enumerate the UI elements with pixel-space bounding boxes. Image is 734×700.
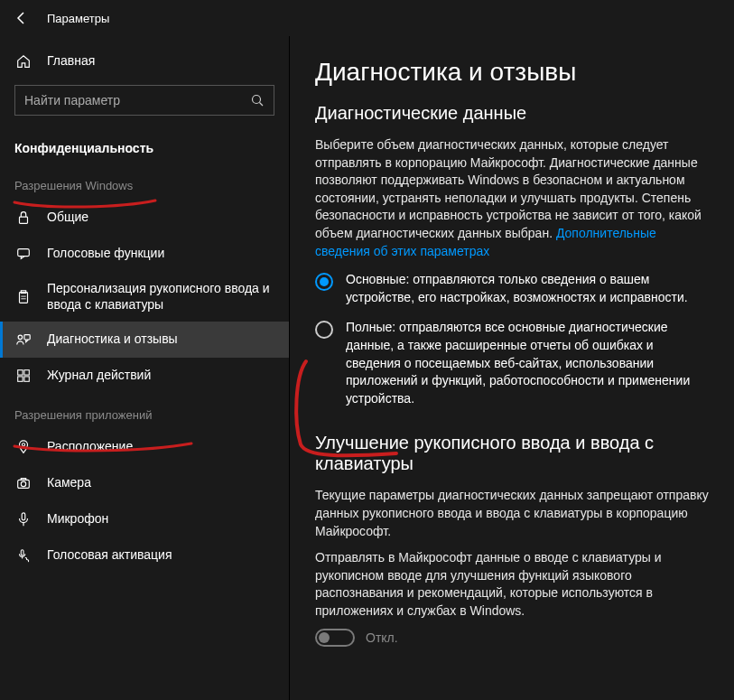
home-icon — [14, 52, 33, 70]
sidebar-item-diagnostics[interactable]: Диагностика и отзывы — [0, 322, 289, 358]
search-input-wrap[interactable] — [14, 85, 274, 116]
svg-rect-3 — [18, 249, 30, 257]
sidebar-item-speech[interactable]: Голосовые функции — [0, 236, 289, 272]
radio-icon[interactable] — [315, 321, 333, 339]
back-button[interactable] — [14, 11, 29, 25]
svg-rect-20 — [21, 550, 23, 555]
content-pane: Диагностика и отзывы Диагностические дан… — [289, 36, 734, 700]
voice-activation-icon — [14, 546, 33, 565]
lock-icon — [14, 209, 33, 227]
svg-rect-2 — [20, 217, 28, 223]
clipboard-icon — [14, 288, 33, 306]
radio-option-full[interactable]: Полные: отправляются все основные диагно… — [315, 319, 709, 407]
radio-option-basic[interactable]: Основные: отправляются только сведения о… — [315, 271, 709, 306]
radio-icon[interactable] — [315, 273, 333, 291]
svg-point-16 — [21, 481, 25, 486]
location-icon — [14, 438, 33, 456]
sidebar-item-label: Диагностика и отзывы — [47, 331, 178, 348]
sidebar: Главная Конфиденциальность Разрешения Wi… — [0, 36, 289, 700]
sidebar-item-label: Главная — [47, 53, 95, 70]
svg-rect-12 — [18, 377, 23, 381]
svg-rect-17 — [21, 479, 25, 481]
sidebar-section-privacy: Конфиденциальность — [0, 128, 289, 164]
speech-icon — [14, 245, 33, 263]
svg-point-14 — [22, 443, 24, 446]
section-title-diagnostic-data: Диагностические данные — [315, 103, 709, 124]
sidebar-item-activity[interactable]: Журнал действий — [0, 358, 289, 394]
section-title-improve-inking: Улучшение рукописного ввода и ввода с кл… — [315, 433, 709, 474]
svg-rect-9 — [24, 335, 30, 340]
sidebar-item-label: Камера — [47, 475, 91, 491]
page-title: Диагностика и отзывы — [315, 58, 709, 87]
svg-point-0 — [253, 96, 261, 104]
sidebar-item-location[interactable]: Расположение — [0, 429, 289, 465]
sidebar-group-app-permissions: Разрешения приложений — [0, 394, 289, 429]
svg-rect-13 — [24, 377, 29, 381]
activity-icon — [14, 367, 33, 385]
sidebar-item-label: Микрофон — [47, 511, 108, 527]
sidebar-item-label: Журнал действий — [47, 368, 151, 384]
microphone-icon — [14, 510, 33, 528]
sidebar-item-voice-activation[interactable]: Голосовая активация — [0, 537, 289, 574]
search-input[interactable] — [24, 93, 250, 107]
sidebar-item-general[interactable]: Общие — [0, 200, 289, 236]
svg-rect-10 — [18, 370, 23, 375]
camera-icon — [14, 474, 33, 492]
search-icon — [250, 93, 265, 107]
sidebar-item-label: Голосовые функции — [47, 246, 164, 262]
section-body-muted: Отправлять в Майкрософт данные о вводе с… — [315, 549, 709, 620]
sidebar-item-label: Голосовая активация — [47, 547, 172, 564]
svg-point-8 — [18, 335, 23, 340]
radio-label: Основные: отправляются только сведения о… — [346, 271, 709, 306]
sidebar-item-label: Персонализация рукописного ввода и ввода… — [47, 281, 274, 313]
sidebar-item-camera[interactable]: Камера — [0, 465, 289, 501]
warning-text: Текущие параметры диагностических данных… — [315, 487, 709, 540]
radio-label: Полные: отправляются все основные диагно… — [346, 319, 709, 407]
sidebar-group-windows-permissions: Разрешения Windows — [0, 164, 289, 200]
sidebar-item-label: Расположение — [47, 439, 133, 455]
sidebar-item-label: Общие — [47, 210, 88, 226]
sidebar-item-microphone[interactable]: Микрофон — [0, 501, 289, 537]
feedback-icon — [14, 331, 33, 349]
svg-rect-18 — [22, 513, 25, 520]
toggle-inking — [315, 629, 355, 647]
svg-rect-11 — [24, 370, 29, 375]
sidebar-item-home[interactable]: Главная — [0, 43, 289, 79]
svg-rect-4 — [20, 292, 28, 303]
toggle-label: Откл. — [366, 630, 398, 645]
sidebar-item-inking[interactable]: Персонализация рукописного ввода и ввода… — [0, 272, 289, 322]
window-title: Параметры — [47, 12, 109, 25]
section-body: Выберите объем диагностических данных, к… — [315, 136, 709, 260]
svg-line-1 — [260, 103, 264, 107]
